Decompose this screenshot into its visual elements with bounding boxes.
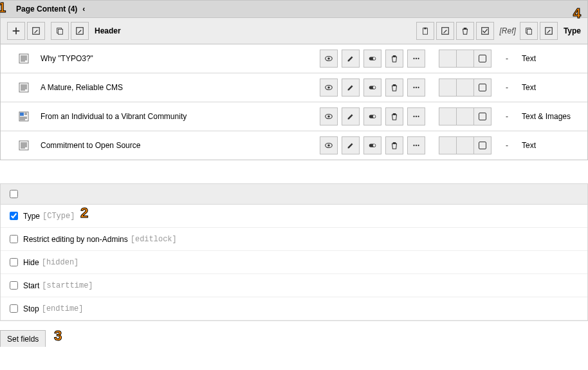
field-label: Start [23, 281, 39, 290]
type-value: Text & Images [517, 112, 581, 121]
clipboard-slot[interactable] [439, 50, 457, 68]
svg-point-50 [418, 116, 419, 117]
fields-panel: 2 Type[CType]Restrict editing by non-Adm… [0, 183, 588, 321]
svg-point-36 [418, 87, 419, 88]
field-option-row: Start[starttime] [1, 274, 587, 297]
fields-head [1, 184, 587, 205]
clipboard-slot[interactable] [439, 136, 457, 154]
callout-3: 3 [54, 328, 62, 344]
hide-toggle-button[interactable] [363, 107, 381, 125]
edit-button[interactable] [342, 50, 360, 68]
mark-checkbox[interactable] [473, 107, 492, 125]
svg-rect-38 [20, 113, 24, 116]
clipboard-slot[interactable] [456, 50, 474, 68]
ref-count: - [497, 141, 517, 150]
view-button[interactable] [320, 50, 338, 68]
more-actions-button[interactable] [407, 79, 425, 97]
svg-point-60 [373, 144, 376, 147]
column-type: Type [564, 26, 581, 35]
panel-header[interactable]: 1 Page Content (4) ‹ [1, 1, 587, 18]
set-fields-button[interactable]: Set fields [0, 330, 46, 347]
more-actions-button[interactable] [407, 136, 425, 154]
content-type-icon[interactable] [7, 111, 38, 122]
field-checkbox[interactable] [10, 212, 18, 220]
svg-point-21 [413, 58, 414, 59]
svg-point-34 [413, 87, 414, 88]
edit-button[interactable] [342, 136, 360, 154]
table-row: From an Individual to a Vibrant Communit… [1, 102, 587, 131]
delete-button[interactable] [385, 79, 403, 97]
delete-button[interactable] [385, 50, 403, 68]
edit-type-column-button[interactable] [540, 22, 558, 40]
collapse-icon[interactable]: ‹ [82, 5, 85, 14]
copy-marked-button-2[interactable] [520, 22, 538, 40]
row-title[interactable]: From an Individual to a Vibrant Communit… [38, 112, 320, 121]
ref-count: - [497, 83, 517, 92]
delete-marked-button[interactable] [456, 22, 474, 40]
ref-count: - [497, 54, 517, 63]
view-button[interactable] [320, 107, 338, 125]
fields-select-all-checkbox[interactable] [10, 190, 18, 198]
svg-point-49 [416, 116, 417, 117]
more-actions-button[interactable] [407, 50, 425, 68]
content-type-icon[interactable] [7, 140, 38, 151]
delete-button[interactable] [385, 107, 403, 125]
panel-title: Page Content (4) [16, 5, 77, 14]
column-header: Header [95, 26, 121, 35]
svg-point-35 [416, 87, 417, 88]
content-type-icon[interactable] [7, 82, 38, 93]
type-value: Text [517, 83, 581, 92]
row-title[interactable]: Commitment to Open Source [38, 141, 320, 150]
delete-button[interactable] [385, 136, 403, 154]
new-record-button[interactable] [7, 22, 25, 40]
view-button[interactable] [320, 136, 338, 154]
clipboard-slot[interactable] [456, 107, 474, 125]
hide-toggle-button[interactable] [363, 50, 381, 68]
type-value: Text [517, 141, 581, 150]
edit-marked-button[interactable] [27, 22, 45, 40]
field-checkbox[interactable] [10, 281, 18, 290]
edit-button[interactable] [342, 107, 360, 125]
paste-clipboard-button[interactable] [416, 22, 434, 40]
more-actions-button[interactable] [407, 107, 425, 125]
edit-header-column-button[interactable] [71, 22, 89, 40]
hide-toggle-button[interactable] [363, 79, 381, 97]
field-option-row: Hide[hidden] [1, 251, 587, 274]
svg-point-48 [413, 116, 414, 117]
field-label: Hide [23, 258, 39, 267]
svg-point-23 [418, 58, 419, 59]
hide-toggle-button[interactable] [363, 136, 381, 154]
field-checkbox[interactable] [10, 304, 18, 313]
clipboard-slot[interactable] [439, 107, 457, 125]
field-checkbox[interactable] [10, 258, 18, 266]
field-checkbox[interactable] [10, 235, 18, 243]
svg-point-33 [373, 86, 376, 89]
field-tech-name: [starttime] [42, 281, 93, 290]
row-title[interactable]: Why "TYPO3?" [38, 54, 320, 63]
field-tech-name: [hidden] [42, 258, 79, 267]
svg-rect-9 [527, 29, 531, 34]
edit-marked-button-2[interactable] [436, 22, 454, 40]
svg-rect-7 [481, 28, 488, 35]
clipboard-slot[interactable] [456, 79, 474, 97]
svg-point-61 [413, 145, 414, 146]
field-option-row: Type[CType] [1, 205, 587, 228]
field-tech-name: [editlock] [131, 235, 177, 244]
mark-checkbox[interactable] [473, 136, 492, 154]
row-title[interactable]: A Mature, Reliable CMS [38, 83, 320, 92]
field-option-row: Restrict editing by non-Admins[editlock] [1, 228, 587, 251]
copy-marked-button[interactable] [51, 22, 69, 40]
content-type-icon[interactable] [7, 53, 38, 64]
field-label: Stop [23, 304, 39, 313]
table-row: Why "TYPO3?"-Text [1, 44, 587, 73]
mark-checkbox[interactable] [473, 50, 492, 68]
field-label: Restrict editing by non-Admins [23, 235, 128, 244]
edit-button[interactable] [342, 79, 360, 97]
mark-checkbox[interactable] [473, 79, 492, 97]
svg-point-62 [416, 145, 417, 146]
clipboard-slot[interactable] [439, 79, 457, 97]
clipboard-slot[interactable] [456, 136, 474, 154]
content-panel: 1 Page Content (4) ‹ 4 Header [0, 0, 588, 160]
mark-all-button[interactable] [476, 22, 494, 40]
view-button[interactable] [320, 79, 338, 97]
